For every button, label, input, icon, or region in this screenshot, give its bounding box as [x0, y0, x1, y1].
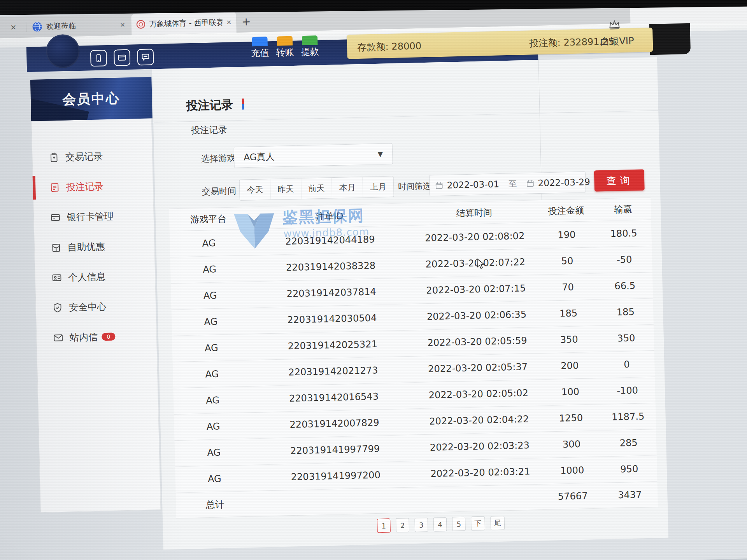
- cell-bet-id: 220319141997200: [253, 469, 418, 483]
- cell-bet-id: 220319142038328: [249, 259, 413, 274]
- globe-icon: [32, 22, 42, 32]
- tab-label: 万象城体育 - 西甲联赛及意甲罗: [149, 18, 223, 30]
- sidebar-item-transactions[interactable]: 交易记录: [32, 140, 153, 173]
- close-icon[interactable]: ✕: [10, 17, 17, 38]
- cell-bet-amount: 1000: [543, 464, 601, 477]
- total-bet-amount: 57667: [544, 490, 602, 502]
- game-select-label: 选择游戏: [201, 152, 236, 165]
- cell-platform: AG: [174, 394, 252, 407]
- sidebar-item-label: 交易记录: [65, 150, 103, 163]
- quick-date-button[interactable]: 今天: [240, 179, 271, 200]
- phone-icon: [94, 54, 103, 63]
- cell-platform: AG: [175, 446, 253, 459]
- cell-platform: AG: [175, 472, 254, 485]
- cell-bet-id: 220319142044189: [248, 233, 412, 248]
- page-button[interactable]: 2: [396, 518, 409, 532]
- calendar-icon: [526, 179, 534, 187]
- sidebar-item-label: 自助优惠: [67, 240, 105, 253]
- sidebar-item-label: 站内信: [69, 331, 98, 344]
- date-range-picker: 2022-03-01 至 2022-03-29: [429, 172, 586, 196]
- nav-transfer[interactable]: 转账: [273, 36, 296, 59]
- cell-settle-time: 2022-03-20 02:07:15: [413, 282, 538, 296]
- cell-settle-time: 2022-03-20 02:05:02: [416, 387, 541, 401]
- cell-bet-amount: 200: [540, 360, 599, 372]
- cell-winloss: 66.5: [597, 280, 653, 292]
- total-label: 总计: [176, 497, 254, 512]
- service-chat-button[interactable]: [137, 49, 154, 65]
- quick-date-group: 今天昨天前天本月上月: [239, 176, 394, 201]
- mobile-app-button[interactable]: [90, 50, 107, 66]
- title-marker: [242, 98, 244, 109]
- cell-settle-time: 2022-03-20 02:05:59: [415, 335, 540, 349]
- sidebar-item-messages[interactable]: 站内信 0: [37, 320, 157, 354]
- game-select[interactable]: AG真人 ▼: [234, 143, 393, 168]
- cell-platform: AG: [170, 263, 249, 276]
- sidebar-item-security[interactable]: 安全中心: [36, 290, 156, 323]
- calendar-icon: [435, 182, 443, 190]
- nav-recharge[interactable]: 充值: [248, 37, 272, 60]
- shield-icon: [53, 303, 63, 313]
- tab-divider: [26, 22, 26, 32]
- nav-withdraw[interactable]: 提款: [298, 35, 322, 58]
- page-button[interactable]: 5: [452, 517, 466, 531]
- cell-bet-amount: 1250: [542, 412, 600, 424]
- chat-icon: [141, 52, 150, 61]
- page-button[interactable]: 4: [433, 517, 447, 532]
- page-button[interactable]: 3: [414, 518, 428, 532]
- query-button[interactable]: 查询: [594, 169, 645, 191]
- sidebar-item-label: 安全中心: [69, 300, 107, 313]
- quick-date-button[interactable]: 上月: [363, 176, 393, 197]
- screen-photo: ✕ 欢迎莅临 ✕ 万象城体育 - 西甲联赛及意甲罗 ✕ +: [0, 0, 747, 560]
- nav-label: 充值: [251, 47, 269, 59]
- page-button[interactable]: 下: [471, 516, 485, 531]
- quick-date-button[interactable]: 前天: [301, 178, 332, 199]
- sidebar-item-bank-cards[interactable]: 银行卡管理: [33, 200, 154, 233]
- breadcrumb: 投注记录: [191, 124, 227, 136]
- cell-platform: AG: [172, 341, 251, 354]
- quick-date-button[interactable]: 本月: [332, 177, 363, 198]
- sidebar-item-promotions[interactable]: 自助优惠: [34, 230, 154, 263]
- cell-bet-amount: 350: [540, 333, 598, 346]
- nav-tab-color: [277, 36, 293, 46]
- cell-settle-time: 2022-03-20 02:08:02: [412, 230, 537, 244]
- range-filter-label: 时间筛选: [398, 180, 431, 192]
- sidebar-item-profile[interactable]: 个人信息: [35, 260, 155, 293]
- browser-window: ✕ 欢迎莅临 ✕ 万象城体育 - 西甲联赛及意甲罗 ✕ +: [0, 0, 747, 560]
- id-card-icon: [52, 272, 62, 283]
- close-icon[interactable]: ✕: [226, 19, 231, 26]
- time-filter-label: 交易时间: [202, 185, 236, 198]
- new-tab-button[interactable]: +: [242, 11, 251, 33]
- cell-settle-time: 2022-03-20 02:07:22: [413, 256, 538, 270]
- page-button[interactable]: 1: [377, 518, 391, 533]
- col-bet-id: 注单ID: [247, 208, 412, 224]
- sidebar-item-bet-records[interactable]: 投注记录: [33, 170, 153, 203]
- close-icon[interactable]: ✕: [120, 21, 125, 28]
- sidebar-title: 会员中心: [30, 89, 152, 110]
- unread-badge: 0: [102, 332, 116, 341]
- tab-sports-active[interactable]: 万象城体育 - 西甲联赛及意甲罗 ✕: [131, 12, 237, 35]
- cell-bet-amount: 100: [541, 386, 600, 398]
- quick-date-button[interactable]: 昨天: [270, 178, 302, 200]
- page-title: 投注记录: [186, 97, 233, 114]
- sidebar-menu: 交易记录 投注记录 银行卡管理: [32, 140, 157, 354]
- document-icon: [49, 182, 60, 192]
- date-to-input[interactable]: 2022-03-29: [538, 177, 590, 188]
- cell-bet-amount: 190: [537, 229, 596, 241]
- card-button[interactable]: [114, 49, 130, 66]
- nav-tab-color: [252, 37, 268, 46]
- crown-icon: [608, 20, 621, 32]
- date-from-input[interactable]: 2022-03-01: [447, 179, 499, 190]
- bet-records-table: 游戏平台 注单ID 结算时间 投注金额 输赢 AG 22031914204418…: [169, 197, 658, 518]
- cell-settle-time: 2022-03-20 02:05:37: [415, 361, 540, 375]
- tab-welcome[interactable]: 欢迎莅临 ✕: [27, 14, 130, 37]
- cell-winloss: 185: [598, 306, 653, 318]
- cell-bet-id: 220319142037814: [249, 285, 414, 300]
- mail-icon: [53, 332, 63, 343]
- bank-card-icon: [50, 212, 61, 223]
- vip-level[interactable]: 白银VIP: [600, 35, 634, 48]
- pagination: 12345下尾: [377, 516, 505, 533]
- chevron-down-icon: ▼: [378, 150, 383, 158]
- cell-bet-id: 220319142016543: [252, 390, 416, 405]
- page-button[interactable]: 尾: [490, 516, 505, 530]
- total-winloss: 3437: [602, 489, 658, 501]
